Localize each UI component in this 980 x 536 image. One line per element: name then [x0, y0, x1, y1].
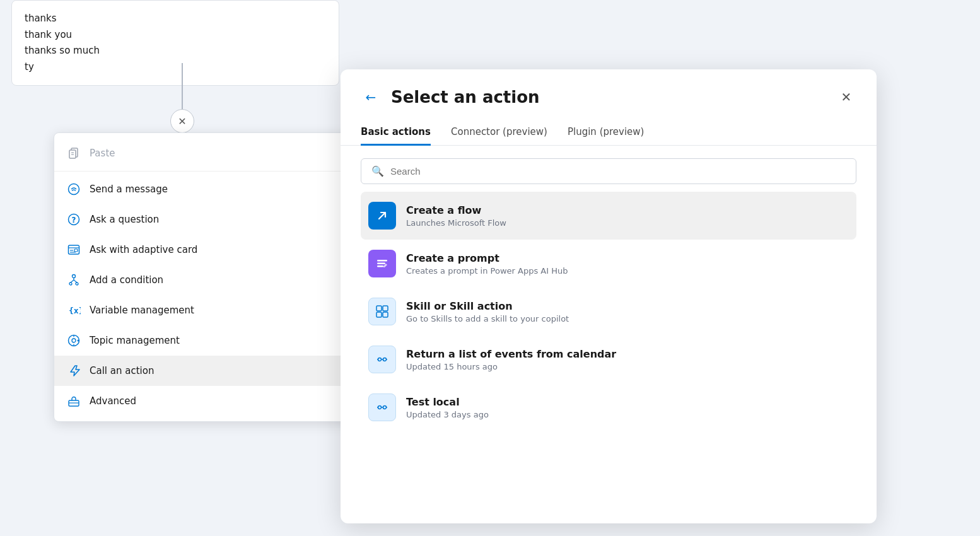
menu-item-ask-question[interactable]: ? Ask a question [54, 204, 375, 235]
test-local-name: Test local [406, 396, 849, 408]
skill-name: Skill or Skill action [406, 300, 849, 312]
search-input[interactable] [390, 166, 846, 177]
tab-connector[interactable]: Connector (preview) [451, 120, 547, 146]
search-box: 🔍 [361, 158, 856, 184]
svg-rect-31 [376, 312, 382, 317]
panel-close-button[interactable]: ✕ [836, 87, 856, 107]
node-card-text: thanks thank you thanks so much ty [25, 11, 326, 75]
panel-header: ← Select an action ✕ [341, 69, 877, 120]
call-action-label: Call an action [90, 365, 349, 376]
branch-icon [67, 273, 81, 287]
svg-rect-30 [383, 306, 388, 311]
tab-plugin[interactable]: Plugin (preview) [568, 120, 645, 146]
svg-rect-29 [376, 306, 382, 311]
context-menu: Paste Send a message ? Ask a que [54, 132, 375, 422]
menu-item-ask-adaptive[interactable]: Ask with adaptive card [54, 235, 375, 265]
test-local-text: Test local Updated 3 days ago [406, 396, 849, 419]
lightning-icon [67, 364, 81, 378]
canvas-background: thanks thank you thanks so much ty ✕ Pas… [0, 0, 980, 536]
panel-back-button[interactable]: ← [361, 87, 381, 107]
ask-question-label: Ask a question [90, 214, 362, 225]
menu-item-add-condition[interactable]: Add a condition [54, 265, 375, 295]
svg-rect-27 [377, 263, 385, 265]
menu-item-topic[interactable]: Topic management › [54, 325, 375, 356]
topic-icon [67, 334, 81, 347]
menu-divider-1 [54, 171, 375, 172]
svg-point-17 [76, 283, 78, 285]
advanced-label: Advanced [90, 395, 349, 407]
create-flow-name: Create a flow [406, 204, 849, 216]
calendar-icon [368, 346, 396, 373]
search-icon: 🔍 [371, 165, 384, 177]
svg-point-12 [73, 275, 76, 278]
svg-point-34 [383, 358, 387, 361]
svg-point-33 [378, 358, 382, 361]
svg-line-14 [71, 280, 74, 283]
create-prompt-desc: Creates a prompt in Power Apps AI Hub [406, 266, 849, 276]
action-list: Create a flow Launches Microsoft Flow Cr… [341, 192, 877, 523]
svg-point-4 [69, 184, 79, 195]
svg-point-20 [72, 339, 76, 342]
svg-line-15 [74, 280, 77, 283]
svg-rect-26 [377, 260, 387, 262]
menu-item-paste[interactable]: Paste [54, 138, 375, 168]
create-flow-text: Create a flow Launches Microsoft Flow [406, 204, 849, 228]
svg-point-36 [383, 406, 387, 409]
svg-point-35 [378, 406, 382, 409]
panel-search: 🔍 [341, 146, 877, 192]
skill-desc: Go to Skills to add a skill to your copi… [406, 314, 849, 323]
create-prompt-name: Create a prompt [406, 252, 849, 264]
chat-icon [67, 182, 81, 196]
variable-icon: {x} [67, 303, 81, 317]
toolbox-icon [67, 394, 81, 408]
card-icon [67, 243, 81, 257]
ask-adaptive-label: Ask with adaptive card [90, 244, 362, 255]
create-prompt-text: Create a prompt Creates a prompt in Powe… [406, 252, 849, 276]
paste-label: Paste [90, 148, 362, 159]
svg-point-16 [69, 283, 72, 285]
skill-text: Skill or Skill action Go to Skills to ad… [406, 300, 849, 323]
question-icon: ? [67, 213, 81, 226]
svg-rect-32 [383, 312, 388, 317]
create-flow-icon [368, 202, 396, 230]
action-item-calendar[interactable]: Return a list of events from calendar Up… [361, 335, 856, 383]
menu-item-send-message[interactable]: Send a message [54, 174, 375, 204]
action-item-skill[interactable]: Skill or Skill action Go to Skills to ad… [361, 288, 856, 335]
skill-icon [368, 298, 396, 325]
action-item-create-prompt[interactable]: Create a prompt Creates a prompt in Powe… [361, 240, 856, 288]
test-local-icon [368, 393, 396, 421]
create-prompt-icon [368, 250, 396, 277]
action-panel: ← Select an action ✕ Basic actions Conne… [341, 69, 877, 523]
action-item-test-local[interactable]: Test local Updated 3 days ago [361, 383, 856, 431]
panel-tabs: Basic actions Connector (preview) Plugin… [341, 120, 877, 146]
svg-text:{x}: {x} [69, 306, 81, 315]
calendar-name: Return a list of events from calendar [406, 348, 849, 360]
svg-text:?: ? [72, 216, 76, 224]
calendar-text: Return a list of events from calendar Up… [406, 348, 849, 371]
menu-item-advanced[interactable]: Advanced › [54, 386, 375, 416]
menu-item-call-action[interactable]: Call an action › [54, 356, 375, 386]
menu-item-variable[interactable]: {x} Variable management › [54, 295, 375, 325]
add-condition-label: Add a condition [90, 274, 362, 286]
test-local-desc: Updated 3 days ago [406, 410, 849, 419]
calendar-desc: Updated 15 hours ago [406, 362, 849, 371]
svg-rect-11 [74, 249, 78, 252]
send-message-label: Send a message [90, 184, 362, 195]
node-delete-button[interactable]: ✕ [170, 109, 194, 133]
paste-icon [67, 146, 81, 160]
tab-basic-actions[interactable]: Basic actions [361, 120, 431, 146]
variable-label: Variable management [90, 305, 349, 316]
svg-point-23 [78, 340, 79, 342]
panel-title: Select an action [391, 88, 826, 107]
topic-label: Topic management [90, 335, 349, 346]
create-flow-desc: Launches Microsoft Flow [406, 218, 849, 228]
action-item-create-flow[interactable]: Create a flow Launches Microsoft Flow [361, 192, 856, 240]
node-card: thanks thank you thanks so much ty [11, 0, 339, 86]
svg-rect-28 [377, 265, 383, 267]
